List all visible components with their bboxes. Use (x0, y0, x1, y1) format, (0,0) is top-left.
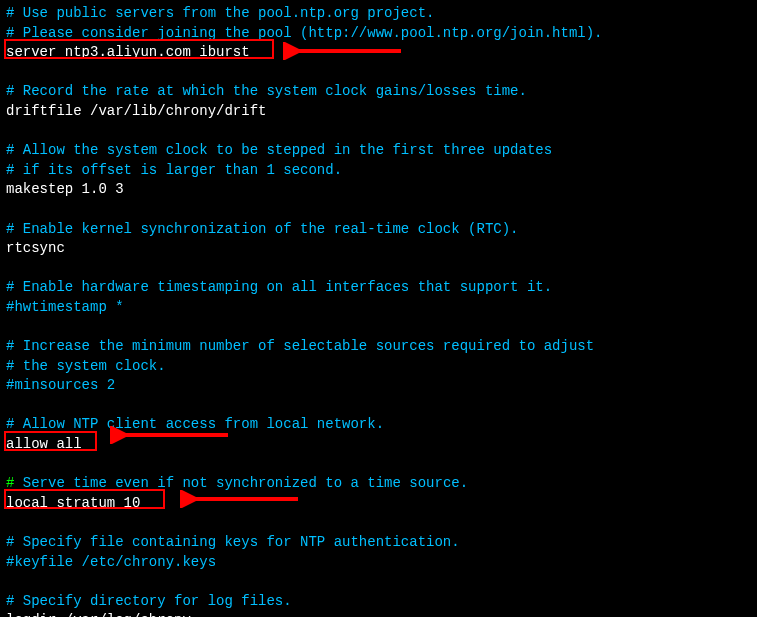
terminal-line (6, 318, 751, 338)
terminal-line: # Allow NTP client access from local net… (6, 415, 751, 435)
terminal-line (6, 63, 751, 83)
comment-text: #hwtimestamp * (6, 299, 124, 315)
comment-text: # Specify file containing keys for NTP a… (6, 534, 460, 550)
config-text: makestep 1.0 3 (6, 181, 124, 197)
comment-text: # Allow NTP client access from local net… (6, 416, 384, 432)
comment-text: Serve time even if not synchronized to a… (14, 475, 468, 491)
terminal-line (6, 396, 751, 416)
terminal-line: # Enable hardware timestamping on all in… (6, 278, 751, 298)
comment-text: # Enable hardware timestamping on all in… (6, 279, 552, 295)
terminal-line (6, 259, 751, 279)
comment-text: # Please consider joining the pool (http… (6, 25, 603, 41)
config-text: driftfile /var/lib/chrony/drift (6, 103, 266, 119)
terminal-line: # Specify file containing keys for NTP a… (6, 533, 751, 553)
config-text: rtcsync (6, 240, 65, 256)
terminal-line: # Increase the minimum number of selecta… (6, 337, 751, 357)
comment-text: # Increase the minimum number of selecta… (6, 338, 594, 354)
terminal-line: # if its offset is larger than 1 second. (6, 161, 751, 181)
terminal-content: # Use public servers from the pool.ntp.o… (6, 4, 751, 617)
terminal-line: # Allow the system clock to be stepped i… (6, 141, 751, 161)
comment-text: # Enable kernel synchronization of the r… (6, 221, 518, 237)
terminal-line: #minsources 2 (6, 376, 751, 396)
terminal-line (6, 572, 751, 592)
comment-text: # Use public servers from the pool.ntp.o… (6, 5, 434, 21)
config-text: allow all (6, 436, 82, 452)
comment-text: #minsources 2 (6, 377, 115, 393)
comment-text: # Specify directory for log files. (6, 593, 292, 609)
terminal-line: # Please consider joining the pool (http… (6, 24, 751, 44)
terminal-line: driftfile /var/lib/chrony/drift (6, 102, 751, 122)
comment-text: #keyfile /etc/chrony.keys (6, 554, 216, 570)
terminal-line: # the system clock. (6, 357, 751, 377)
comment-text: # Allow the system clock to be stepped i… (6, 142, 552, 158)
terminal-line: # Record the rate at which the system cl… (6, 82, 751, 102)
comment-text: # Record the rate at which the system cl… (6, 83, 527, 99)
terminal-line (6, 122, 751, 142)
terminal-line: # Enable kernel synchronization of the r… (6, 220, 751, 240)
comment-text: # if its offset is larger than 1 second. (6, 162, 342, 178)
config-text: server ntp3.aliyun.com iburst (6, 44, 250, 60)
config-text: local stratum 10 (6, 495, 140, 511)
terminal-line: # Specify directory for log files. (6, 592, 751, 612)
terminal-line: # Use public servers from the pool.ntp.o… (6, 4, 751, 24)
terminal-line: #hwtimestamp * (6, 298, 751, 318)
terminal-line: # Serve time even if not synchronized to… (6, 474, 751, 494)
terminal-line: makestep 1.0 3 (6, 180, 751, 200)
terminal-line (6, 200, 751, 220)
terminal-line: #keyfile /etc/chrony.keys (6, 553, 751, 573)
terminal-line: server ntp3.aliyun.com iburst (6, 43, 751, 63)
config-text: logdir /var/log/chrony (6, 612, 191, 617)
comment-text: # the system clock. (6, 358, 166, 374)
terminal-line: allow all (6, 435, 751, 455)
terminal-line: local stratum 10 (6, 494, 751, 514)
terminal-line (6, 513, 751, 533)
terminal-line (6, 455, 751, 475)
terminal-line: rtcsync (6, 239, 751, 259)
terminal-line: logdir /var/log/chrony (6, 611, 751, 617)
